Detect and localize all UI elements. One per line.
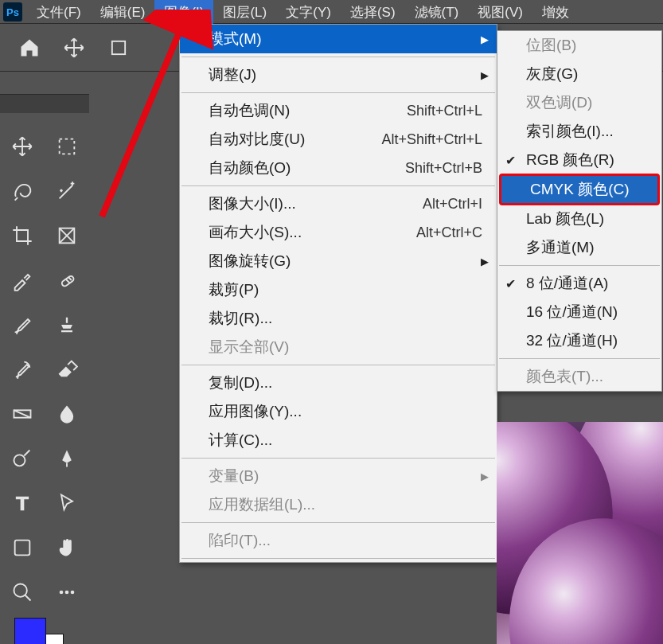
menu-variables: 变量(B) ▶: [180, 462, 497, 490]
mode-submenu: 位图(B) 灰度(G) 双色调(D) 索引颜色(I)... ✔ RGB 颜色(R…: [497, 30, 662, 392]
menu-plugins[interactable]: 增效: [532, 0, 579, 24]
submenu-arrow-icon: ▶: [481, 256, 489, 267]
document-canvas[interactable]: [497, 422, 663, 644]
menubar: Ps 文件(F) 编辑(E) 图像(I) 图层(L) 文字(Y) 选择(S) 滤…: [0, 0, 663, 24]
tools-panel: ▭: [0, 94, 89, 644]
menu-edit[interactable]: 编辑(E): [91, 0, 155, 24]
menu-duplicate[interactable]: 复制(D)...: [180, 369, 497, 397]
mode-grayscale[interactable]: 灰度(G): [497, 60, 661, 88]
tool-healing[interactable]: [45, 258, 89, 302]
tool-hand[interactable]: [45, 525, 89, 570]
tool-path-select[interactable]: [45, 481, 89, 525]
mode-cmyk[interactable]: CMYK 颜色(C): [499, 174, 660, 205]
svg-point-7: [14, 584, 27, 597]
tool-shape[interactable]: [0, 525, 45, 570]
menu-select[interactable]: 选择(S): [341, 0, 405, 24]
tool-crop[interactable]: [0, 213, 45, 258]
menu-filter[interactable]: 滤镜(T): [405, 0, 469, 24]
menu-separator: [181, 458, 495, 459]
menu-calculations[interactable]: 计算(C)...: [180, 426, 497, 455]
shortcut: Alt+Ctrl+I: [404, 196, 482, 213]
foreground-swatch[interactable]: [14, 618, 46, 644]
menu-crop[interactable]: 裁剪(P): [180, 275, 497, 304]
menu-layer[interactable]: 图层(L): [213, 0, 276, 24]
tools-panel-header[interactable]: [0, 94, 89, 113]
tool-lasso[interactable]: [0, 169, 45, 213]
tool-frame[interactable]: [45, 213, 89, 258]
move-icon[interactable]: [62, 36, 86, 60]
ps-logo: Ps: [3, 2, 22, 21]
menu-auto-contrast[interactable]: 自动对比度(U) Alt+Shift+Ctrl+L: [180, 125, 497, 154]
mode-indexed[interactable]: 索引颜色(I)...: [497, 117, 661, 146]
tool-eyedropper[interactable]: [0, 258, 45, 302]
artboard-icon[interactable]: [107, 36, 131, 60]
menu-auto-color[interactable]: 自动颜色(O) Shift+Ctrl+B: [180, 154, 497, 182]
svg-rect-0: [112, 41, 125, 53]
menu-type[interactable]: 文字(Y): [276, 0, 341, 24]
mode-32bit[interactable]: 32 位/通道(H): [497, 326, 661, 355]
menu-image[interactable]: 图像(I): [154, 0, 213, 24]
image-menu-dropdown: 模式(M) ▶ 调整(J) ▶ 自动色调(N) Shift+Ctrl+L 自动对…: [179, 24, 497, 563]
menu-auto-tone[interactable]: 自动色调(N) Shift+Ctrl+L: [180, 96, 497, 125]
check-icon: ✔: [505, 276, 516, 291]
menu-separator: [181, 522, 495, 523]
mode-lab[interactable]: Lab 颜色(L): [497, 205, 661, 233]
color-swatches[interactable]: [0, 615, 89, 644]
tool-pen[interactable]: [45, 436, 89, 481]
svg-rect-1: [60, 139, 75, 154]
tool-eraser[interactable]: [45, 347, 89, 392]
tool-history-brush[interactable]: [0, 347, 45, 392]
menu-separator: [499, 265, 660, 266]
mode-bitmap: 位图(B): [497, 31, 661, 60]
menu-apply-dataset: 应用数据组(L)...: [180, 490, 497, 519]
shortcut: Alt+Ctrl+C: [397, 224, 482, 241]
submenu-arrow-icon: ▶: [481, 69, 489, 81]
tool-dodge[interactable]: [0, 436, 45, 481]
mode-color-table: 颜色表(T)...: [497, 362, 661, 391]
svg-point-8: [60, 591, 64, 595]
tool-clone-stamp[interactable]: [45, 302, 89, 347]
submenu-arrow-icon: ▶: [481, 33, 489, 45]
submenu-arrow-icon: ▶: [481, 470, 489, 482]
menu-separator: [181, 92, 495, 93]
home-icon[interactable]: [18, 36, 41, 60]
mode-16bit[interactable]: 16 位/通道(N): [497, 298, 661, 326]
svg-point-5: [14, 455, 25, 466]
menu-adjustments[interactable]: 调整(J) ▶: [180, 60, 497, 89]
menu-separator: [181, 365, 495, 365]
menu-separator: [499, 358, 660, 359]
tool-magic-wand[interactable]: [45, 169, 89, 213]
svg-rect-6: [15, 541, 30, 556]
shortcut: Shift+Ctrl+L: [388, 103, 482, 119]
menu-image-size[interactable]: 图像大小(I)... Alt+Ctrl+I: [180, 189, 497, 218]
mode-8bit[interactable]: ✔ 8 位/通道(A): [497, 269, 661, 298]
menu-reveal-all: 显示全部(V): [180, 333, 497, 361]
menu-file[interactable]: 文件(F): [27, 0, 91, 24]
tool-marquee[interactable]: [45, 124, 89, 169]
menu-label: 模式(M): [209, 29, 482, 49]
mode-rgb[interactable]: ✔ RGB 颜色(R): [497, 146, 661, 174]
menu-image-rotation[interactable]: 图像旋转(G) ▶: [180, 247, 497, 275]
menu-separator: [181, 57, 495, 57]
mode-multichannel[interactable]: 多通道(M): [497, 233, 661, 262]
menu-separator: [181, 558, 495, 559]
menu-apply-image[interactable]: 应用图像(Y)...: [180, 397, 497, 426]
tool-gradient[interactable]: [0, 392, 45, 436]
svg-point-9: [65, 591, 69, 595]
svg-point-10: [71, 591, 75, 595]
menu-mode[interactable]: 模式(M) ▶: [180, 25, 497, 53]
tool-zoom[interactable]: [0, 570, 45, 615]
menu-trap: 陷印(T)...: [180, 526, 497, 555]
tool-type[interactable]: [0, 481, 45, 525]
tool-brush[interactable]: [0, 302, 45, 347]
menu-canvas-size[interactable]: 画布大小(S)... Alt+Ctrl+C: [180, 218, 497, 247]
check-icon: ✔: [505, 153, 516, 168]
shortcut: Shift+Ctrl+B: [386, 160, 482, 177]
mode-duotone: 双色调(D): [497, 88, 661, 117]
menu-view[interactable]: 视图(V): [468, 0, 532, 24]
tool-more[interactable]: [45, 570, 89, 615]
shortcut: Alt+Shift+Ctrl+L: [362, 131, 482, 148]
tool-move[interactable]: [0, 124, 45, 169]
tool-blur[interactable]: [45, 392, 89, 436]
menu-trim[interactable]: 裁切(R)...: [180, 304, 497, 333]
